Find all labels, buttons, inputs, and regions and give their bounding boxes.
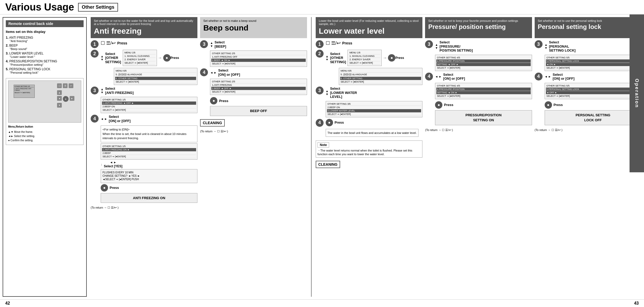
item-sub: "Personal setting lock" xyxy=(10,71,84,74)
item-name: LOWER WATER LEVEL xyxy=(9,52,43,55)
lower-step-2-action: ▲ ▼ Select [OTHER SETTING] xyxy=(326,50,422,66)
step-2-content: ▲ ▼ Select [OTHER SETTING] xyxy=(101,50,197,85)
anti-freezing-header: Set whether or not to run the water for … xyxy=(91,17,197,38)
step-circle-3: 3 xyxy=(316,87,324,94)
press-label: Press xyxy=(117,41,127,46)
other-setting-label: [OTHER xyxy=(330,56,346,60)
remote-btn-return: ↩ xyxy=(69,83,73,88)
personal-return: (To return → ☐ ☰/↩ ) xyxy=(535,128,641,132)
right-arrow: → xyxy=(158,56,162,60)
remote-btn-left: ◄ xyxy=(57,96,62,101)
select-label: Select xyxy=(105,52,121,56)
remote-btn-menu: ☰ xyxy=(63,83,68,88)
page-header: Various Usage Other Settings xyxy=(0,0,644,14)
screen-line-highlight: 5.PERSONAL SETTING LOCK xyxy=(546,88,640,91)
enter-circle: ● xyxy=(435,101,442,109)
step-4-action: ◄ ► Select [ON] or [OFF] xyxy=(101,115,197,123)
screen-line: OTHER SETTING 5/5 xyxy=(546,84,640,88)
beep-section: Set whether or not to make a beep sound … xyxy=(200,17,307,297)
anti-freezing-steps: 1 ☐ ☰/↩ Press 2 xyxy=(91,40,197,297)
item-sub: "Beep sound" xyxy=(10,47,84,51)
up-icon: ▲ xyxy=(326,89,329,93)
select-yes: Select [YES] xyxy=(104,164,122,168)
select-label: Select xyxy=(109,115,131,119)
header-tag: Other Settings xyxy=(78,3,118,12)
pressure-step-3-action: ▲ ▼ Select [PRESSURE/ POSITION SETTING] xyxy=(435,40,532,53)
screen-line: 1.ANTI FREEZING xyxy=(211,83,305,87)
lower-step-3-content: ▲ ▼ Select [LOWER WATER LEVEL] xyxy=(326,87,422,117)
select-label: Select xyxy=(443,73,465,77)
flushes-line2: CHANGE SETTING? ◄ YES ► xyxy=(103,174,196,177)
beep-step-4-content: ◄ ► Select [ON] or [OFF] OTHER SETTING 2… xyxy=(210,68,307,116)
item-num: 2. xyxy=(6,44,8,47)
lower-step-1-action: ☐ ☰/↩ Press xyxy=(326,40,422,46)
step-circle-2: 2 xyxy=(316,50,324,58)
up-down-icon: ▲▼ xyxy=(8,130,13,133)
lower-water-title: Lower water level xyxy=(319,27,419,35)
beep-sub: Set whether or not to make a beep sound xyxy=(203,19,304,22)
lower-step-3-action: ▲ ▼ Select [LOWER WATER LEVEL] xyxy=(326,87,422,99)
press-text: Press xyxy=(335,120,344,124)
item-sub: "Anti freezing" xyxy=(10,39,84,43)
select-label: Select xyxy=(439,40,473,44)
beep-steps: 3 ▲ ▼ Select [BEEP] xyxy=(200,40,307,297)
step-4-content: ◄ ► Select [ON] or [OFF] <For setting to… xyxy=(101,115,197,203)
on-off-label: [ON] or [OFF] xyxy=(553,77,574,81)
lr-icon: ◄► xyxy=(8,135,13,138)
screen-menu-1: MENU 1/6 1. MANUAL CLEANING 2. ENERGY SA… xyxy=(123,50,157,66)
operation-tab: Operation xyxy=(630,14,644,172)
step-2: 2 ▲ ▼ Select [OTHER SETTING] xyxy=(91,50,197,85)
left-panel: Remote control back side Items set on th… xyxy=(3,17,87,297)
screen-line: SELECT ⇒ [●ENTER] xyxy=(340,80,421,84)
screen-line-highlight: 2.BEEP ◄ ON ► xyxy=(211,59,305,62)
screen-line: SELECT ⇒ [●ENTER] xyxy=(102,155,196,158)
screen-line: SELECT ⇒ [●ENTER] xyxy=(349,61,380,65)
personal-label: [PERSONAL xyxy=(549,44,576,49)
select-label: Select xyxy=(553,73,574,77)
step-circle-3: 3 xyxy=(425,40,433,48)
item-name: PERSONAL SETTING LOCK xyxy=(9,67,50,71)
screen-lower: OTHER SETTING 3/6 2.BEEP ON 3.LOWER WATE… xyxy=(326,101,422,117)
anti-label: [ANTI FREEZING] xyxy=(105,91,134,95)
legend-select: ◄► Select the setting. xyxy=(8,134,81,138)
select-label: Select the setting. xyxy=(14,135,35,138)
beep-return: (To return → ☐ ☰/↩ ) xyxy=(200,130,307,133)
screen-line: MENU 1/6 xyxy=(124,51,156,54)
screen-line-highlight2: ◄ ON ► xyxy=(546,63,640,66)
screen-line: OTHER SETTING 2/5 xyxy=(211,52,305,55)
screen-line: 2.BEEP ON xyxy=(327,106,421,109)
step-3-action: ▲ ▼ Select [ANTI FREEZING] xyxy=(101,87,197,95)
personal-result: PERSONAL SETTINGLOCK OFF xyxy=(545,110,641,125)
screen-line: SELECT ⇒ [●ENTER] xyxy=(102,108,196,112)
pressure-label: [PRESSURE/ xyxy=(439,44,473,49)
step-circle-2: 2 xyxy=(91,50,99,58)
beep-header: Set whether or not to make a beep sound … xyxy=(200,17,307,38)
screen-beep-3: OTHER SETTING 2/5 1.ANTI FREEZING OFF 2.… xyxy=(210,51,307,67)
pressure-title: Pressure/ position setting xyxy=(428,23,529,30)
cleaning-badge2: CLEANING xyxy=(316,161,340,168)
pressure-sub: Set whether or not to keep your favorite… xyxy=(428,19,529,22)
screen-beep-off: OTHER SETTING 2/5 1.ANTI FREEZING 2.BEEP… xyxy=(210,79,307,95)
items-list: 1. ANTI FREEZING "Anti freezing" 2. BEEP… xyxy=(6,36,84,74)
anti-result: ANTI FREEZING ON xyxy=(101,193,197,203)
screen-6-box: MENU 6/6 5. 語/語/語 &LANGUAGE 6. OTHER SET… xyxy=(114,68,197,85)
select-label: Select xyxy=(218,68,240,73)
item-num: 3. xyxy=(6,52,8,55)
screen-line-highlight: 1.ANTI FREEZING ◄ OFF ► xyxy=(102,102,196,105)
pressure-step-3-content: ▲ ▼ Select [PRESSURE/ POSITION SETTING] xyxy=(435,40,532,71)
press-circle: ● Press xyxy=(101,184,197,192)
screen-6-box: MENU 6/6 5. 語/語/語 &LANGUAGE 6. OTHER SET… xyxy=(339,68,422,85)
beep-step-3-action: ▲ ▼ Select [BEEP] xyxy=(210,40,307,48)
screen-line-highlight2: ◄ OFF ► xyxy=(546,91,640,94)
down-arrow: ↓ xyxy=(101,163,102,166)
remote-btn-up: ▲ xyxy=(57,90,62,95)
enter-circle: ● xyxy=(210,97,217,104)
step-circle-4: 4 xyxy=(316,119,324,127)
menu-icon: ☐ ☰/↩ xyxy=(326,40,341,46)
left-panel-subtitle: Items set on this display xyxy=(6,30,84,34)
screen-line: OTHER SETTING 5/5 xyxy=(546,56,640,59)
menu-icon: ☐ ☰/↩ xyxy=(101,40,116,46)
press-text: Press xyxy=(395,56,404,60)
lr-icon: ◄ ► xyxy=(545,75,551,78)
press-btn: ● Press xyxy=(388,54,404,62)
